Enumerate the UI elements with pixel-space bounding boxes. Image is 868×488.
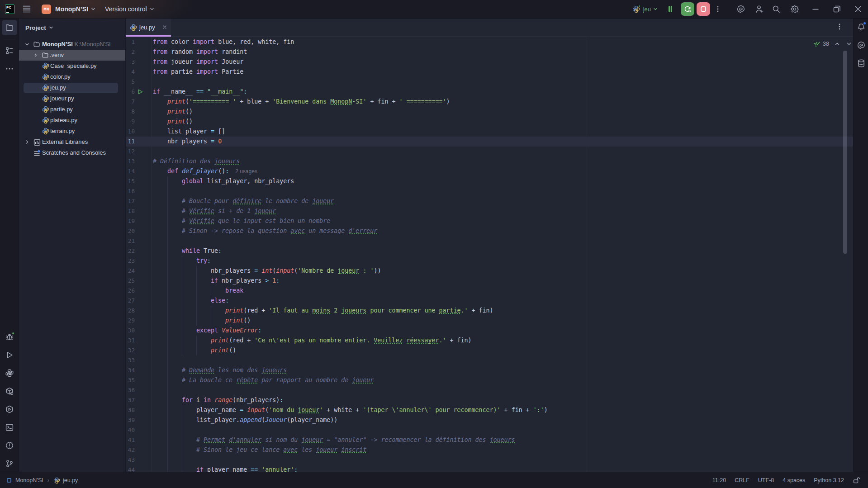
vcs-widget[interactable]: Version control xyxy=(105,5,147,13)
pause-icon[interactable] xyxy=(667,5,674,13)
chevron-down-icon[interactable] xyxy=(24,42,30,47)
code-line-12[interactable]: 12 xyxy=(126,147,853,156)
tool-stripe-ai-assistant-icon[interactable] xyxy=(855,39,868,52)
project-panel-title[interactable]: Project xyxy=(25,24,46,31)
tree-item-.venv[interactable]: .venv xyxy=(19,50,125,61)
code-line-31[interactable]: 31 print(red + 'Ce n\'est pas un nombre … xyxy=(126,336,853,346)
tool-stripe-database-icon[interactable] xyxy=(855,57,868,70)
ai-assistant-icon[interactable] xyxy=(736,5,745,14)
tab-options-kebab-icon[interactable] xyxy=(836,23,843,30)
code-line-38[interactable]: 38 player_name = input('nom du joueur' +… xyxy=(126,405,853,415)
code-line-34[interactable]: 34 # Demande les nom des joueurs xyxy=(126,365,853,375)
caret-position[interactable]: 11:20 xyxy=(712,477,726,483)
stop-button[interactable] xyxy=(697,2,710,16)
tool-stripe-notifications-icon[interactable] xyxy=(855,21,868,33)
code-line-37[interactable]: 37 for i in range(nbr_players): xyxy=(126,395,853,405)
code-line-30[interactable]: 30 except ValueError: xyxy=(126,326,853,336)
tree-item-external-libraries[interactable]: External Libraries xyxy=(19,137,125,147)
tool-stripe-project-folder-icon[interactable] xyxy=(2,20,17,35)
code-line-26[interactable]: 26 break xyxy=(126,286,853,296)
code-line-2[interactable]: 2from random import randint xyxy=(126,47,853,57)
code-line-16[interactable]: 16 xyxy=(126,186,853,196)
code-line-13[interactable]: 13# Définition des joueurs xyxy=(126,156,853,166)
chevron-right-icon[interactable] xyxy=(33,52,38,58)
code-line-42[interactable]: 42 # Sinon le jeu ce lance avec les joue… xyxy=(126,445,853,455)
code-line-28[interactable]: 28 print(red + 'Il faut au moins 2 joueu… xyxy=(126,306,853,316)
code-line-24[interactable]: 24 nbr_players = int(input('Nombre de jo… xyxy=(126,266,853,276)
tool-stripe-terminal-icon[interactable] xyxy=(2,420,17,435)
code-line-3[interactable]: 3from joueur import Joueur xyxy=(126,57,853,67)
more-actions-icon[interactable] xyxy=(714,5,721,13)
tool-stripe-python-console-icon[interactable] xyxy=(2,365,17,381)
code-line-14[interactable]: 14 def def_player():2 usages xyxy=(126,166,853,176)
prev-problem-icon[interactable] xyxy=(834,41,840,47)
code-line-8[interactable]: 8 print() xyxy=(126,107,853,117)
code-line-9[interactable]: 9 print() xyxy=(126,117,853,127)
file-encoding[interactable]: UTF-8 xyxy=(758,477,774,483)
tree-item-color.py[interactable]: color.py xyxy=(19,71,125,82)
tree-item-case-speciale.py[interactable]: Case_speciale.py xyxy=(19,61,125,71)
code-line-40[interactable]: 40 xyxy=(126,425,853,435)
tool-stripe-run-icon[interactable] xyxy=(2,347,17,363)
next-problem-icon[interactable] xyxy=(846,41,852,47)
code-line-23[interactable]: 23 try: xyxy=(126,256,853,266)
minimize-icon[interactable] xyxy=(809,5,822,14)
tool-stripe-debug-icon[interactable] xyxy=(2,329,17,345)
inspections-widget[interactable]: 38 xyxy=(813,39,852,48)
main-menu-icon[interactable] xyxy=(22,5,31,14)
tree-item-terrain.py[interactable]: terrain.py xyxy=(19,126,125,137)
tool-stripe-more-tools-icon[interactable] xyxy=(2,61,17,76)
code-line-29[interactable]: 29 print() xyxy=(126,316,853,326)
code-line-25[interactable]: 25 if nbr_players > 1: xyxy=(126,276,853,286)
writable-lock-icon[interactable] xyxy=(853,477,860,484)
code-line-5[interactable]: 5 xyxy=(126,77,853,87)
code-line-6[interactable]: 6if __name__ == "__main__": xyxy=(126,87,853,97)
tool-stripe-structure-icon[interactable] xyxy=(2,43,17,58)
close-icon[interactable] xyxy=(851,5,865,14)
tree-item-jeu.py[interactable]: jeu.py xyxy=(19,82,125,93)
code-line-35[interactable]: 35 # La boucle ce répète par rapport au … xyxy=(126,375,853,385)
code-line-27[interactable]: 27 else: xyxy=(126,296,853,306)
tool-stripe-services-icon[interactable] xyxy=(2,402,17,417)
tree-item-monopn-si[interactable]: MonopN’SI K:\MonopN’SI xyxy=(19,39,125,50)
tree-item-partie.py[interactable]: partie.py xyxy=(19,104,125,115)
indent-setting[interactable]: 4 spaces xyxy=(783,477,805,483)
restore-icon[interactable] xyxy=(830,5,844,14)
tool-stripe-python-packages-icon[interactable] xyxy=(2,384,17,399)
editor-scrollbar[interactable] xyxy=(843,51,847,254)
code-line-39[interactable]: 39 list_player.append(Joueur(player_name… xyxy=(126,415,853,425)
code-line-41[interactable]: 41 # Permet d'annuler si nom du joueur =… xyxy=(126,435,853,445)
usages-inlay-hint[interactable]: 2 usages xyxy=(235,168,257,175)
tool-stripe-problems-icon[interactable] xyxy=(2,438,17,453)
code-line-17[interactable]: 17 # Boucle pour définire le nombre de j… xyxy=(126,196,853,206)
tab-close-icon[interactable] xyxy=(162,24,167,30)
code-line-10[interactable]: 10 list_player = [] xyxy=(126,127,853,137)
code-line-44[interactable]: 44 if player_name == 'annuler': xyxy=(126,465,853,472)
tree-item-plateau.py[interactable]: plateau.py xyxy=(19,115,125,126)
code-line-19[interactable]: 19 # Vérifie que le input est bien un no… xyxy=(126,216,853,226)
code-line-20[interactable]: 20 # Sinon -> repose la question avec un… xyxy=(126,226,853,236)
code-line-22[interactable]: 22 while True: xyxy=(126,246,853,256)
rerun-button[interactable] xyxy=(681,2,694,16)
breadcrumb-file[interactable]: jeu.py xyxy=(63,477,78,483)
code-line-7[interactable]: 7 print('========== ' + blue + 'Bienvenu… xyxy=(126,97,853,107)
tree-item-joueur.py[interactable]: joueur.py xyxy=(19,93,125,104)
code-line-4[interactable]: 4from partie import Partie xyxy=(126,67,853,77)
run-line-icon[interactable] xyxy=(137,89,143,95)
code-line-33[interactable]: 33 xyxy=(126,355,853,365)
code-line-18[interactable]: 18 # Vérifie si + de 1 joueur xyxy=(126,206,853,216)
code-line-1[interactable]: 1from color import blue, red, white, fin xyxy=(126,37,853,47)
code-line-15[interactable]: 15 global list_player, nbr_players xyxy=(126,176,853,186)
run-config-selector[interactable]: jeu xyxy=(632,5,658,13)
search-everywhere-icon[interactable] xyxy=(772,5,781,14)
chevron-right-icon[interactable] xyxy=(24,139,30,145)
code-with-me-icon[interactable] xyxy=(755,5,764,14)
code-line-43[interactable]: 43 xyxy=(126,455,853,465)
code-line-32[interactable]: 32 print() xyxy=(126,346,853,355)
python-interpreter[interactable]: Python 3.12 xyxy=(814,477,844,483)
code-line-36[interactable]: 36 xyxy=(126,385,853,395)
line-ending[interactable]: CRLF xyxy=(735,477,749,483)
breadcrumb-project[interactable]: MonopN’SI xyxy=(15,477,43,483)
tool-stripe-version-control-icon[interactable] xyxy=(2,456,17,471)
code-line-21[interactable]: 21 xyxy=(126,236,853,246)
